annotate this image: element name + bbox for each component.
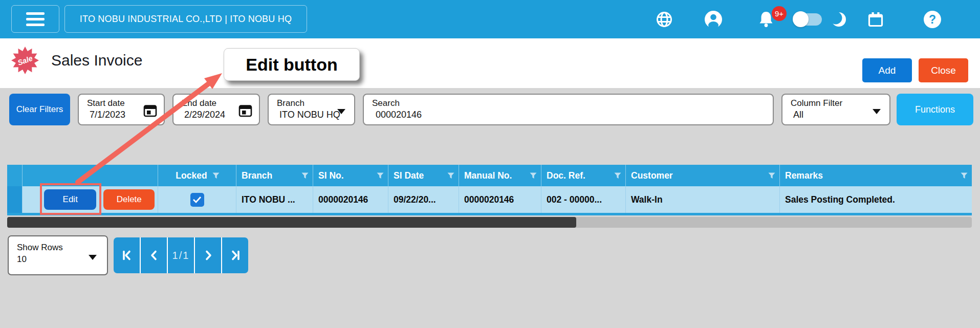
globe-icon [656,11,673,28]
column-header-indicator [7,165,23,186]
locked-cell [158,186,236,213]
search-label: Search [364,95,773,108]
caret-down-icon [89,255,97,260]
manual-no-cell: 0000020146 [459,186,541,213]
row-selection-indicator [7,186,23,213]
column-filter-select[interactable]: Column Filter All [781,94,890,125]
row-actions-cell: Edit Delete [23,186,158,213]
horizontal-scrollbar[interactable] [7,217,972,228]
chevron-left-icon [147,249,161,262]
locked-checkbox[interactable] [190,193,204,207]
filter-funnel-icon[interactable] [768,172,775,179]
first-page-button[interactable] [114,237,141,273]
top-navbar: ITO NOBU INDUSTRIAL CO.,LTD | ITO NOBU H… [0,0,980,38]
last-page-button[interactable] [222,237,248,273]
menu-button[interactable] [11,5,59,33]
dark-mode-indicator [830,0,847,38]
page-title: Sales Invoice [51,52,142,69]
column-filter-label: Column Filter [782,95,889,108]
calendar-button[interactable] [867,0,884,38]
show-rows-select[interactable]: Show Rows 10 [8,235,108,275]
hamburger-icon [26,12,45,15]
delete-button[interactable]: Delete [103,189,155,210]
functions-button[interactable]: Functions [897,94,973,125]
column-header-customer[interactable]: Customer [626,165,780,186]
end-date-field[interactable]: End date 2/29/2024 [172,94,260,125]
close-button[interactable]: Close [919,58,968,82]
clear-filters-button[interactable]: Clear Filters [9,94,70,125]
si-no-cell: 0000020146 [313,186,388,213]
caret-down-icon [337,109,345,114]
table-row[interactable]: Edit Delete ITO NOBU ... 0000020146 09/2… [7,186,972,215]
theme-toggle[interactable] [794,13,822,26]
column-header-si-date[interactable]: SI Date [388,165,459,186]
next-page-button[interactable] [195,237,222,273]
date-picker-icon[interactable] [238,103,252,119]
filter-funnel-icon[interactable] [530,172,537,179]
table-header: Locked Branch SI No. SI Date Manual No. [7,165,972,186]
scrollbar-thumb[interactable] [7,217,576,228]
column-header-si-no[interactable]: SI No. [313,165,388,186]
column-header-actions [23,165,158,186]
sale-badge: Sale [11,47,39,76]
starburst-icon: Sale [11,47,39,74]
column-header-locked[interactable]: Locked [158,165,236,186]
si-date-cell: 09/22/20... [388,186,459,213]
search-field[interactable]: Search [363,94,774,125]
page-header: Sale Sales Invoice Add Close [0,38,980,88]
last-page-icon [229,249,242,262]
help-button[interactable]: ? [923,0,942,38]
company-selector[interactable]: ITO NOBU INDUSTRIAL CO.,LTD | ITO NOBU H… [64,5,307,33]
help-icon: ? [923,10,942,29]
notifications-button[interactable] [757,0,775,38]
column-header-remarks[interactable]: Remarks [780,165,972,186]
filter-funnel-icon[interactable] [614,172,621,179]
pager: 1/1 [114,237,248,273]
edit-button[interactable]: Edit [44,189,96,210]
branch-label: Branch [269,95,354,108]
prev-page-button[interactable] [141,237,168,273]
filter-funnel-icon[interactable] [377,172,384,179]
company-name: ITO NOBU INDUSTRIAL CO.,LTD | ITO NOBU H… [80,14,292,25]
add-button[interactable]: Add [862,58,912,82]
edit-button-callout: Edit button [224,48,360,81]
date-picker-icon[interactable] [143,103,157,119]
column-header-branch[interactable]: Branch [236,165,313,186]
column-header-manual-no[interactable]: Manual No. [459,165,541,186]
page-indicator: 1/1 [168,237,195,273]
filter-funnel-icon[interactable] [961,172,968,179]
filter-funnel-icon[interactable] [301,172,309,179]
calendar-icon [867,11,884,28]
svg-text:?: ? [929,12,936,26]
remarks-cell: Sales Posting Completed. [780,186,972,213]
first-page-icon [120,249,134,262]
language-button[interactable] [656,0,673,38]
check-icon [192,196,202,203]
user-icon [704,10,723,29]
caret-down-icon [873,109,881,114]
moon-icon [830,11,847,28]
column-header-doc-ref[interactable]: Doc. Ref. [541,165,626,186]
filter-funnel-icon[interactable] [447,172,454,179]
toggle-knob [793,11,809,27]
search-input[interactable] [375,109,755,121]
notification-badge: 9+ [772,6,787,21]
user-button[interactable] [704,0,723,38]
branch-select[interactable]: Branch ITO NOBU HQ [268,94,355,125]
filter-funnel-icon[interactable] [212,172,220,179]
start-date-field[interactable]: Start date 7/1/2023 [78,94,165,125]
doc-ref-cell: 002 - 00000... [541,186,626,213]
show-rows-label: Show Rows [9,236,107,253]
chevron-right-icon [202,249,215,262]
branch-cell: ITO NOBU ... [236,186,313,213]
customer-cell: Walk-In [626,186,780,213]
